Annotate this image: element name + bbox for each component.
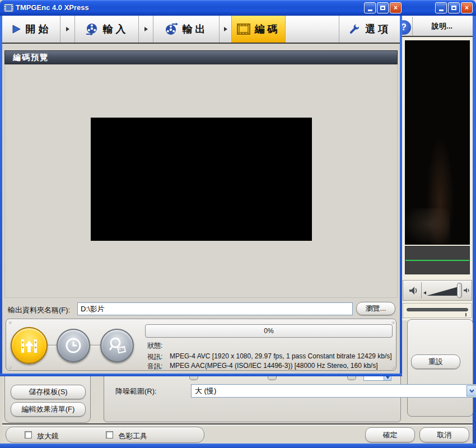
waveform-green-line [405,260,469,261]
dialog-minimize-button[interactable] [364,2,376,13]
progress-percent: 0% [146,327,392,335]
browse-button-label: 瀏覽... [366,304,386,314]
toolbar-options-button[interactable]: 選項 [339,16,400,43]
film-reel-input-icon [85,22,99,36]
encode-control-group: 0% 狀態: 視訊: MPEG-4 AVC [1920 x 1080, 29.9… [6,319,396,371]
film-frame-icon [237,24,250,35]
toolbar-options-label: 選項 [365,22,391,36]
edit-effects-button[interactable]: 編輯效果清單(F) [11,402,86,417]
toolbar-input-button[interactable]: 輸入 [75,16,139,43]
toolbar-start-button[interactable]: 開始 [2,16,60,43]
encode-filmstrip-up-icon [20,336,39,355]
reset-button-label: 重設 [428,357,443,367]
toolbar-output-label: 輸出 [183,22,208,36]
audio-label: 音訊: [147,362,162,371]
dialog-close-button[interactable]: × [390,2,402,13]
film-reel-output-icon [165,22,178,36]
magnifier-film-icon [108,336,127,355]
mute-speaker-button[interactable] [405,282,422,298]
magnifier-checkbox[interactable] [25,431,32,438]
help-button-label: 說明... [432,21,452,31]
video-label: 視訊: [147,352,162,362]
seek-bar-tick [465,313,466,316]
dialog-title: TMPGEnc 4.0 XPress [16,3,89,12]
screw-dot [392,366,394,368]
speaker-icon [408,285,419,296]
thumbnail-person-silhouette [405,208,450,245]
close-icon: × [465,4,469,12]
toolbar-input-menu-arrow[interactable] [139,16,153,43]
clock-icon [64,337,82,354]
output-folder-label: 輸出資料夾名稱(F): [8,305,70,315]
reset-button[interactable]: 重設 [411,354,460,369]
cancel-button[interactable]: 取消 [419,427,469,442]
ok-button[interactable]: 確定 [365,427,415,442]
browse-button[interactable]: 瀏覽... [356,302,395,315]
audio-waveform-panel [405,246,470,274]
app-film-icon [4,3,13,12]
triangle-right-icon [144,26,148,32]
cancel-button-label: 取消 [437,430,452,440]
video-thumbnail [405,40,470,245]
ok-button-label: 確定 [383,430,398,440]
minimize-icon [439,10,444,11]
wrench-icon [348,23,361,35]
maximize-icon [451,6,456,10]
toolbar-output-button[interactable]: 輸出 [153,16,220,43]
video-preview [91,118,312,241]
edit-effects-label: 編輯效果清單(F) [22,404,75,414]
triangle-right-icon [66,26,70,32]
toolbar-start-label: 開始 [26,22,52,36]
seek-bar[interactable] [407,308,468,311]
toolbar-output-menu-arrow[interactable] [220,16,232,43]
toolbar-encode-button[interactable]: 編碼 [232,16,286,43]
minimize-icon [368,10,372,11]
small-speaker-icon [463,287,470,294]
help-button[interactable]: 說明... [412,17,472,36]
dialog-maximize-button[interactable] [377,2,389,13]
noise-range-dropdown[interactable]: 大 (慢) [191,384,476,398]
output-folder-input[interactable] [77,302,353,315]
toolbar-start-menu-arrow[interactable] [60,16,75,43]
save-template-label: 儲存模板(S) [29,387,67,397]
dialog-right-border [400,16,402,376]
screw-dot [392,321,394,324]
encode-dialog: TMPGEnc 4.0 XPress × 開始 輸入 [0,0,402,376]
volume-control-row [403,280,472,301]
right-settings-groupbox: 重設 [407,319,473,417]
screw-dot [9,321,11,324]
close-icon: × [394,4,398,12]
tool-checkbox-bar: 放大鏡 色彩工具 [6,427,204,443]
color-tools-checkbox[interactable] [106,431,113,438]
maximize-icon [380,6,385,10]
status-label: 狀態: [147,341,162,351]
volume-slider-handle[interactable] [457,283,462,298]
magnifier-checkbox-label: 放大鏡 [37,431,59,441]
encode-preview-title: 編碼預覽 [13,53,49,63]
audio-value: MPEG AAC(MPEG-4 (ISO/IEC 14496-3)) [4800… [170,362,377,370]
seek-bar-container [403,303,472,318]
noise-range-label: 降噪範圍(R): [115,386,157,396]
noise-range-value: 大 (慢) [195,386,216,396]
schedule-button[interactable] [57,329,90,362]
save-template-button[interactable]: 儲存模板(S) [11,385,86,399]
background-minimize-button[interactable] [435,2,447,13]
volume-slider[interactable] [423,282,470,298]
toolbar-blank-button [286,16,339,43]
toolbar-input-label: 輸入 [103,22,129,36]
encode-preview-header: 編碼預覽 [4,50,398,64]
toolbar-encode-label: 編碼 [255,22,281,36]
play-icon [11,24,21,34]
triangle-right-icon [223,26,228,32]
screen: × ? 說明... [0,0,476,448]
spinner-down-icon [386,376,390,379]
dropdown-arrow-button[interactable] [466,385,476,396]
background-window-bottom-border [0,444,476,448]
bottom-divider [2,423,473,426]
background-close-button[interactable]: × [461,2,473,13]
start-encode-button[interactable] [11,327,48,364]
background-maximize-button[interactable] [448,2,460,13]
preview-zoom-button[interactable] [100,329,134,362]
dialog-bottom-border [0,374,402,376]
progress-bar: 0% [145,324,393,338]
